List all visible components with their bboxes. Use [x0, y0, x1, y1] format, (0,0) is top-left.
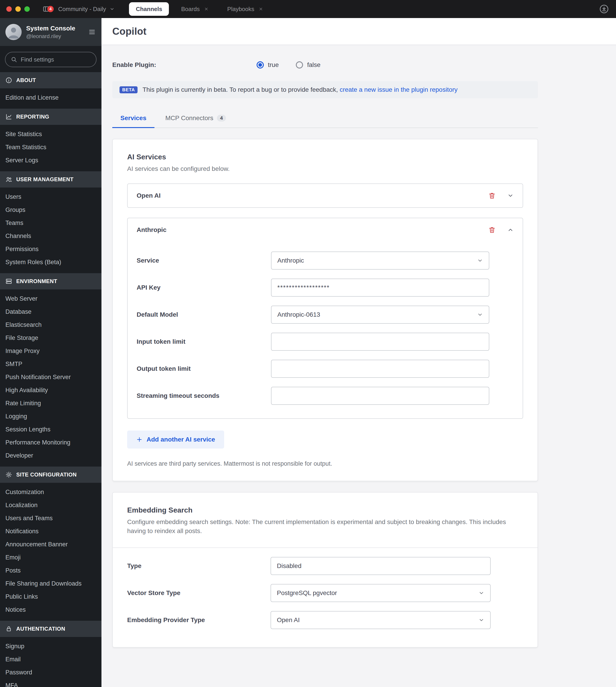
chevron-down-icon [477, 258, 483, 264]
ai-service-fields: ServiceAnthropicAPI KeyDefault ModelAnth… [128, 242, 523, 418]
field-label: Output token limit [137, 365, 271, 372]
console-title: System Console [26, 24, 75, 33]
select-value: Anthropic [277, 257, 304, 264]
sidebar-item-elasticsearch[interactable]: Elasticsearch [0, 318, 102, 331]
sidebar-section-label: AUTHENTICATION [16, 626, 65, 632]
sidebar-item-users-and-teams[interactable]: Users and Teams [0, 512, 102, 525]
sidebar-item-users[interactable]: Users [0, 190, 102, 203]
embedding-provider-type-select[interactable]: Open AI [270, 611, 491, 629]
close-tab-icon[interactable] [204, 7, 208, 11]
sidebar-item-localization[interactable]: Localization [0, 499, 102, 512]
form-field-default-model: Default ModelAnthropic-0613 [128, 301, 523, 328]
sidebar-item-web-server[interactable]: Web Server [0, 292, 102, 305]
chevron-down-icon [479, 617, 484, 623]
sidebar-item-customization[interactable]: Customization [0, 485, 102, 499]
search-box[interactable] [5, 52, 96, 67]
sidebar-item-high-availability[interactable]: High Availability [0, 384, 102, 397]
sidebar-item-logging[interactable]: Logging [0, 410, 102, 423]
sidebar-item-session-lengths[interactable]: Session Lengths [0, 423, 102, 436]
page-header: Copilot [102, 18, 616, 45]
enable-plugin-row: Enable Plugin: true false [112, 61, 538, 69]
console-identity: System Console @leonard.riley [26, 24, 75, 40]
app-body: System Console @leonard.riley ABOUTEditi… [0, 18, 616, 687]
sidebar-item-signup[interactable]: Signup [0, 640, 102, 653]
minimize-window-button[interactable] [15, 6, 21, 12]
chevron-down-icon[interactable] [507, 192, 514, 199]
search-input[interactable] [21, 56, 91, 63]
menu-icon[interactable] [88, 28, 96, 36]
sidebar-item-site-statistics[interactable]: Site Statistics [0, 128, 102, 141]
window-tab-boards[interactable]: Boards [174, 2, 215, 16]
beta-repository-link[interactable]: create a new issue in the plugin reposit… [339, 86, 458, 93]
chevron-up-icon[interactable] [507, 227, 514, 233]
sidebar-section-site-configuration: SITE CONFIGURATIONCustomizationLocalizat… [0, 466, 102, 616]
sidebar-item-teams[interactable]: Teams [0, 216, 102, 229]
sidebar-item-file-sharing-and-downloads[interactable]: File Sharing and Downloads [0, 577, 102, 590]
sidebar-item-developer[interactable]: Developer [0, 449, 102, 462]
team-switcher[interactable]: 4 Community - Daily [42, 5, 114, 13]
type-input[interactable] [270, 557, 491, 575]
radio-false[interactable]: false [296, 61, 321, 69]
tab-services[interactable]: Services [112, 110, 154, 128]
window-tab-playbooks[interactable]: Playbooks [221, 2, 270, 16]
form-field-type: Type [127, 552, 523, 579]
form-field-api-key: API Key [128, 274, 523, 301]
tab-mcp-connectors[interactable]: MCP Connectors 4 [157, 110, 234, 128]
sidebar-item-public-links[interactable]: Public Links [0, 590, 102, 603]
sidebar-item-mfa[interactable]: MFA [0, 679, 102, 687]
sidebar-item-file-storage[interactable]: File Storage [0, 331, 102, 344]
trash-icon[interactable] [488, 226, 496, 233]
sidebar-item-rate-limiting[interactable]: Rate Limiting [0, 397, 102, 410]
sidebar-item-password[interactable]: Password [0, 666, 102, 679]
close-tab-icon[interactable] [259, 7, 263, 11]
vector-store-type-select[interactable]: PostgreSQL pgvector [270, 584, 491, 602]
api-key-input[interactable] [271, 279, 489, 297]
sidebar-item-email[interactable]: Email [0, 653, 102, 666]
embedding-search-description: Configure embedding search settings. Not… [127, 518, 523, 536]
sidebar-section-user-management: USER MANAGEMENTUsersGroupsTeamsChannelsP… [0, 171, 102, 269]
sidebar-item-permissions[interactable]: Permissions [0, 243, 102, 256]
window-titlebar: 4 Community - Daily ChannelsBoardsPlaybo… [0, 0, 616, 18]
panel-header-openai[interactable]: Open AI [128, 184, 523, 207]
field-label: Service [137, 257, 271, 264]
sidebar-item-announcement-banner[interactable]: Announcement Banner [0, 538, 102, 551]
sidebar-item-system-roles-beta[interactable]: System Roles (Beta) [0, 256, 102, 269]
sidebar-item-channels[interactable]: Channels [0, 229, 102, 243]
service-select[interactable]: Anthropic [271, 252, 489, 270]
sidebar-section-header: SITE CONFIGURATION [0, 466, 102, 483]
field-label: API Key [137, 284, 271, 291]
radio-false-circle [296, 61, 303, 69]
close-window-button[interactable] [6, 6, 12, 12]
sidebar-item-team-statistics[interactable]: Team Statistics [0, 141, 102, 154]
sidebar-item-performance-monitoring[interactable]: Performance Monitoring [0, 436, 102, 449]
output-token-limit-input[interactable] [271, 360, 489, 378]
sidebar-item-emoji[interactable]: Emoji [0, 551, 102, 564]
sidebar-item-database[interactable]: Database [0, 305, 102, 318]
download-icon[interactable] [599, 4, 609, 14]
panel-header-anthropic[interactable]: Anthropic [128, 218, 523, 242]
embedding-search-title: Embedding Search [127, 506, 523, 514]
window-tab-channels[interactable]: Channels [129, 2, 169, 16]
input-token-limit-input[interactable] [271, 333, 489, 351]
sidebar-section-header: ENVIRONMENT [0, 273, 102, 290]
sidebar-item-server-logs[interactable]: Server Logs [0, 154, 102, 167]
sidebar-item-groups[interactable]: Groups [0, 203, 102, 216]
default-model-select[interactable]: Anthropic-0613 [271, 306, 489, 324]
sidebar-item-push-notification-server[interactable]: Push Notification Server [0, 370, 102, 384]
sidebar-item-posts[interactable]: Posts [0, 564, 102, 577]
sidebar-section-label: USER MANAGEMENT [16, 176, 73, 183]
maximize-window-button[interactable] [24, 6, 30, 12]
streaming-timeout-seconds-input[interactable] [271, 387, 489, 405]
plus-icon [136, 436, 142, 443]
sidebar-item-smtp[interactable]: SMTP [0, 358, 102, 370]
add-ai-service-button[interactable]: Add another AI service [127, 431, 224, 449]
sidebar-item-notifications[interactable]: Notifications [0, 525, 102, 538]
enable-plugin-label: Enable Plugin: [112, 61, 257, 69]
chevron-down-icon [110, 6, 114, 12]
trash-icon[interactable] [488, 192, 496, 199]
sidebar-item-notices[interactable]: Notices [0, 603, 102, 616]
sidebar-item-edition-and-license[interactable]: Edition and License [0, 91, 102, 104]
beta-banner: BETA This plugin is currently in beta. T… [112, 81, 538, 98]
radio-true[interactable]: true [257, 61, 279, 69]
sidebar-item-image-proxy[interactable]: Image Proxy [0, 344, 102, 358]
